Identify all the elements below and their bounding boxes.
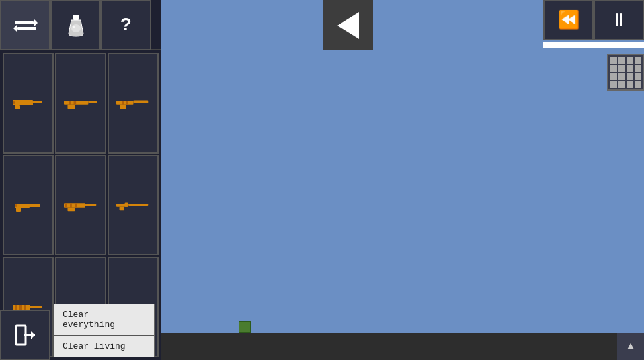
svg-marker-1	[34, 19, 38, 27]
svg-rect-45	[16, 326, 26, 345]
game-area: ⏪ ⏸	[161, 0, 644, 333]
svg-rect-8	[15, 105, 20, 109]
svg-point-24	[15, 204, 17, 207]
rewind-icon: ⏪	[558, 9, 579, 31]
rewind-button[interactable]: ⏪	[543, 0, 594, 40]
grid-icon	[610, 57, 641, 88]
svg-rect-22	[16, 208, 21, 212]
svg-point-6	[73, 26, 75, 28]
svg-rect-23	[30, 204, 40, 207]
svg-marker-3	[13, 24, 17, 32]
clear-living-button[interactable]: Clear living	[54, 336, 154, 357]
question-icon: ?	[120, 15, 132, 36]
exit-button[interactable]	[0, 310, 50, 360]
svg-rect-26	[67, 208, 75, 211]
svg-rect-25	[64, 203, 85, 207]
weapon-cell-4[interactable]	[3, 155, 54, 256]
clear-everything-button[interactable]: Clear everything	[54, 304, 154, 336]
svg-rect-30	[75, 203, 77, 207]
potion-button[interactable]	[50, 0, 101, 50]
svg-rect-18	[133, 101, 148, 104]
svg-rect-17	[120, 105, 126, 109]
svg-rect-27	[85, 204, 96, 206]
svg-rect-28	[65, 203, 67, 207]
svg-rect-14	[69, 101, 71, 105]
svg-rect-40	[24, 305, 26, 310]
pause-button[interactable]: ⏸	[594, 0, 644, 40]
svg-rect-37	[30, 306, 42, 308]
svg-rect-29	[70, 203, 72, 207]
toolbar: ?	[0, 0, 161, 50]
swap-button[interactable]	[0, 0, 50, 50]
grid-toggle-button[interactable]	[607, 54, 644, 91]
back-arrow-icon	[337, 12, 359, 39]
svg-point-5	[71, 24, 81, 32]
svg-rect-32	[120, 207, 124, 210]
weapon-cell-2[interactable]	[55, 53, 106, 154]
media-buttons: ⏪ ⏸	[543, 0, 644, 40]
ground	[161, 333, 644, 360]
bottom-right-icon[interactable]: ▲	[617, 333, 644, 360]
pause-icon: ⏸	[610, 9, 628, 31]
svg-rect-9	[33, 101, 42, 103]
svg-rect-16	[116, 101, 133, 105]
weapon-cell-1[interactable]	[3, 53, 54, 154]
svg-rect-15	[74, 101, 77, 105]
svg-rect-12	[67, 105, 75, 109]
weapon-cell-5[interactable]	[55, 155, 106, 256]
back-button[interactable]	[323, 0, 373, 50]
svg-rect-0	[15, 21, 34, 24]
top-controls: ⏪ ⏸	[543, 0, 644, 48]
svg-rect-38	[15, 305, 17, 310]
svg-rect-4	[73, 15, 79, 20]
svg-rect-13	[88, 101, 97, 104]
svg-rect-33	[128, 204, 148, 206]
svg-marker-47	[31, 331, 35, 339]
game-object-green	[239, 321, 251, 333]
svg-rect-39	[19, 305, 22, 310]
svg-rect-34	[125, 202, 128, 206]
help-button[interactable]: ?	[101, 0, 151, 50]
svg-rect-20	[126, 101, 128, 105]
svg-point-10	[13, 101, 15, 104]
svg-rect-7	[13, 100, 33, 105]
weapon-cell-6[interactable]	[108, 155, 159, 256]
svg-rect-19	[122, 101, 124, 105]
weapon-cell-3[interactable]	[108, 53, 159, 154]
context-menu: Clear everything Clear living	[54, 304, 155, 357]
svg-rect-2	[17, 27, 36, 30]
progress-bar	[543, 42, 644, 48]
